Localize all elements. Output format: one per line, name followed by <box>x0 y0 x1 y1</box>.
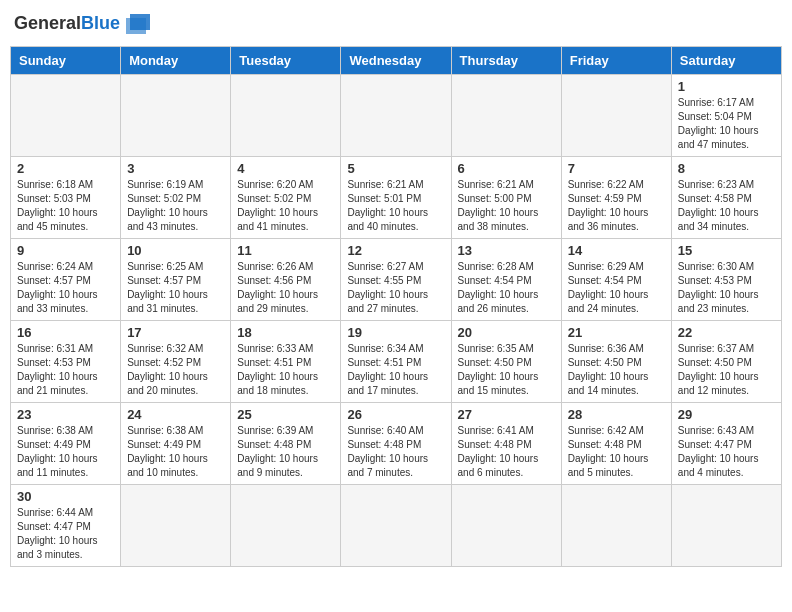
calendar-day: 10Sunrise: 6:25 AM Sunset: 4:57 PM Dayli… <box>121 239 231 321</box>
calendar-week-6: 30Sunrise: 6:44 AM Sunset: 4:47 PM Dayli… <box>11 485 782 567</box>
calendar-day: 30Sunrise: 6:44 AM Sunset: 4:47 PM Dayli… <box>11 485 121 567</box>
day-info: Sunrise: 6:39 AM Sunset: 4:48 PM Dayligh… <box>237 424 334 480</box>
logo-text: GeneralBlue <box>14 13 120 35</box>
calendar-day: 21Sunrise: 6:36 AM Sunset: 4:50 PM Dayli… <box>561 321 671 403</box>
calendar-day <box>561 485 671 567</box>
day-number: 2 <box>17 161 114 176</box>
day-number: 12 <box>347 243 444 258</box>
logo-icon <box>122 10 154 38</box>
day-number: 20 <box>458 325 555 340</box>
calendar-day <box>671 485 781 567</box>
day-info: Sunrise: 6:22 AM Sunset: 4:59 PM Dayligh… <box>568 178 665 234</box>
day-info: Sunrise: 6:21 AM Sunset: 5:01 PM Dayligh… <box>347 178 444 234</box>
day-info: Sunrise: 6:44 AM Sunset: 4:47 PM Dayligh… <box>17 506 114 562</box>
calendar-day <box>341 485 451 567</box>
calendar-day: 20Sunrise: 6:35 AM Sunset: 4:50 PM Dayli… <box>451 321 561 403</box>
weekday-header-tuesday: Tuesday <box>231 47 341 75</box>
day-info: Sunrise: 6:25 AM Sunset: 4:57 PM Dayligh… <box>127 260 224 316</box>
calendar-week-4: 16Sunrise: 6:31 AM Sunset: 4:53 PM Dayli… <box>11 321 782 403</box>
day-info: Sunrise: 6:17 AM Sunset: 5:04 PM Dayligh… <box>678 96 775 152</box>
day-number: 22 <box>678 325 775 340</box>
day-info: Sunrise: 6:18 AM Sunset: 5:03 PM Dayligh… <box>17 178 114 234</box>
calendar-day: 13Sunrise: 6:28 AM Sunset: 4:54 PM Dayli… <box>451 239 561 321</box>
calendar-week-1: 1Sunrise: 6:17 AM Sunset: 5:04 PM Daylig… <box>11 75 782 157</box>
calendar-day: 29Sunrise: 6:43 AM Sunset: 4:47 PM Dayli… <box>671 403 781 485</box>
day-number: 4 <box>237 161 334 176</box>
calendar-day: 3Sunrise: 6:19 AM Sunset: 5:02 PM Daylig… <box>121 157 231 239</box>
day-info: Sunrise: 6:31 AM Sunset: 4:53 PM Dayligh… <box>17 342 114 398</box>
calendar-day: 7Sunrise: 6:22 AM Sunset: 4:59 PM Daylig… <box>561 157 671 239</box>
calendar-week-2: 2Sunrise: 6:18 AM Sunset: 5:03 PM Daylig… <box>11 157 782 239</box>
calendar-week-3: 9Sunrise: 6:24 AM Sunset: 4:57 PM Daylig… <box>11 239 782 321</box>
day-info: Sunrise: 6:32 AM Sunset: 4:52 PM Dayligh… <box>127 342 224 398</box>
day-number: 17 <box>127 325 224 340</box>
day-info: Sunrise: 6:43 AM Sunset: 4:47 PM Dayligh… <box>678 424 775 480</box>
calendar-day <box>231 75 341 157</box>
calendar-day: 6Sunrise: 6:21 AM Sunset: 5:00 PM Daylig… <box>451 157 561 239</box>
calendar-day: 14Sunrise: 6:29 AM Sunset: 4:54 PM Dayli… <box>561 239 671 321</box>
weekday-header-thursday: Thursday <box>451 47 561 75</box>
day-number: 15 <box>678 243 775 258</box>
calendar-day: 9Sunrise: 6:24 AM Sunset: 4:57 PM Daylig… <box>11 239 121 321</box>
calendar-day <box>121 485 231 567</box>
calendar-day: 1Sunrise: 6:17 AM Sunset: 5:04 PM Daylig… <box>671 75 781 157</box>
day-number: 18 <box>237 325 334 340</box>
calendar-day <box>341 75 451 157</box>
calendar-day <box>451 485 561 567</box>
day-number: 29 <box>678 407 775 422</box>
day-info: Sunrise: 6:40 AM Sunset: 4:48 PM Dayligh… <box>347 424 444 480</box>
weekday-header-saturday: Saturday <box>671 47 781 75</box>
day-number: 30 <box>17 489 114 504</box>
day-info: Sunrise: 6:23 AM Sunset: 4:58 PM Dayligh… <box>678 178 775 234</box>
calendar-day: 5Sunrise: 6:21 AM Sunset: 5:01 PM Daylig… <box>341 157 451 239</box>
calendar-day <box>231 485 341 567</box>
calendar-day: 26Sunrise: 6:40 AM Sunset: 4:48 PM Dayli… <box>341 403 451 485</box>
day-number: 24 <box>127 407 224 422</box>
calendar-day: 24Sunrise: 6:38 AM Sunset: 4:49 PM Dayli… <box>121 403 231 485</box>
calendar-header-row: SundayMondayTuesdayWednesdayThursdayFrid… <box>11 47 782 75</box>
calendar-day: 16Sunrise: 6:31 AM Sunset: 4:53 PM Dayli… <box>11 321 121 403</box>
day-number: 21 <box>568 325 665 340</box>
calendar-day: 23Sunrise: 6:38 AM Sunset: 4:49 PM Dayli… <box>11 403 121 485</box>
day-number: 25 <box>237 407 334 422</box>
day-info: Sunrise: 6:21 AM Sunset: 5:00 PM Dayligh… <box>458 178 555 234</box>
day-number: 13 <box>458 243 555 258</box>
day-number: 28 <box>568 407 665 422</box>
day-number: 14 <box>568 243 665 258</box>
calendar-week-5: 23Sunrise: 6:38 AM Sunset: 4:49 PM Dayli… <box>11 403 782 485</box>
calendar-day: 12Sunrise: 6:27 AM Sunset: 4:55 PM Dayli… <box>341 239 451 321</box>
day-number: 9 <box>17 243 114 258</box>
day-info: Sunrise: 6:19 AM Sunset: 5:02 PM Dayligh… <box>127 178 224 234</box>
day-number: 23 <box>17 407 114 422</box>
calendar-day: 8Sunrise: 6:23 AM Sunset: 4:58 PM Daylig… <box>671 157 781 239</box>
day-info: Sunrise: 6:26 AM Sunset: 4:56 PM Dayligh… <box>237 260 334 316</box>
weekday-header-wednesday: Wednesday <box>341 47 451 75</box>
day-number: 10 <box>127 243 224 258</box>
day-info: Sunrise: 6:38 AM Sunset: 4:49 PM Dayligh… <box>17 424 114 480</box>
weekday-header-sunday: Sunday <box>11 47 121 75</box>
day-info: Sunrise: 6:33 AM Sunset: 4:51 PM Dayligh… <box>237 342 334 398</box>
day-number: 6 <box>458 161 555 176</box>
day-number: 26 <box>347 407 444 422</box>
day-info: Sunrise: 6:27 AM Sunset: 4:55 PM Dayligh… <box>347 260 444 316</box>
calendar-day: 28Sunrise: 6:42 AM Sunset: 4:48 PM Dayli… <box>561 403 671 485</box>
day-info: Sunrise: 6:41 AM Sunset: 4:48 PM Dayligh… <box>458 424 555 480</box>
day-info: Sunrise: 6:38 AM Sunset: 4:49 PM Dayligh… <box>127 424 224 480</box>
day-info: Sunrise: 6:20 AM Sunset: 5:02 PM Dayligh… <box>237 178 334 234</box>
day-info: Sunrise: 6:37 AM Sunset: 4:50 PM Dayligh… <box>678 342 775 398</box>
calendar-day: 27Sunrise: 6:41 AM Sunset: 4:48 PM Dayli… <box>451 403 561 485</box>
day-number: 3 <box>127 161 224 176</box>
svg-marker-1 <box>126 18 146 34</box>
weekday-header-friday: Friday <box>561 47 671 75</box>
calendar-day: 25Sunrise: 6:39 AM Sunset: 4:48 PM Dayli… <box>231 403 341 485</box>
calendar-header: GeneralBlue <box>10 10 782 38</box>
calendar-day: 17Sunrise: 6:32 AM Sunset: 4:52 PM Dayli… <box>121 321 231 403</box>
calendar-day: 19Sunrise: 6:34 AM Sunset: 4:51 PM Dayli… <box>341 321 451 403</box>
day-info: Sunrise: 6:36 AM Sunset: 4:50 PM Dayligh… <box>568 342 665 398</box>
calendar-table: SundayMondayTuesdayWednesdayThursdayFrid… <box>10 46 782 567</box>
day-info: Sunrise: 6:24 AM Sunset: 4:57 PM Dayligh… <box>17 260 114 316</box>
calendar-day <box>451 75 561 157</box>
day-info: Sunrise: 6:29 AM Sunset: 4:54 PM Dayligh… <box>568 260 665 316</box>
day-number: 7 <box>568 161 665 176</box>
calendar-day: 2Sunrise: 6:18 AM Sunset: 5:03 PM Daylig… <box>11 157 121 239</box>
